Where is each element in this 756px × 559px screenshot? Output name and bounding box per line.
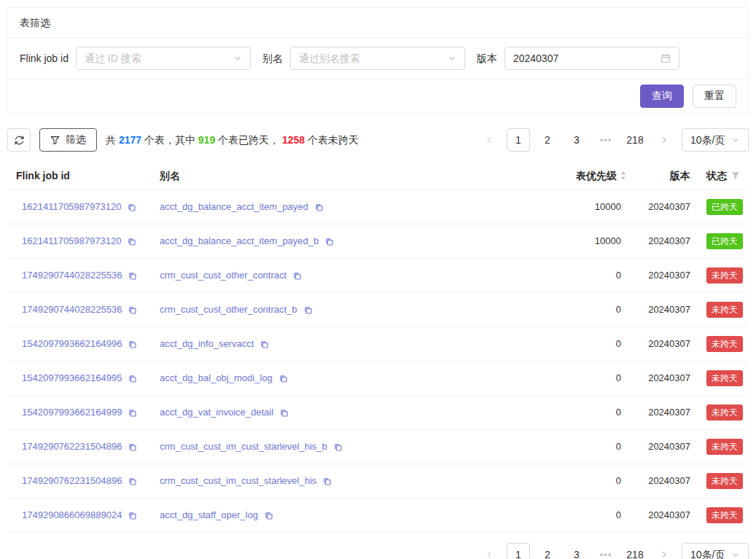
version-cell: 20240307 <box>636 293 698 327</box>
pagination-page-1[interactable]: 1 <box>507 543 530 559</box>
alias-select[interactable]: 通过别名搜索 <box>290 47 465 70</box>
job-id-link[interactable]: 1621411705987973120 <box>22 234 121 249</box>
copy-icon[interactable] <box>279 408 289 418</box>
pagination-page-218[interactable]: 218 <box>623 128 647 152</box>
version-cell: 20240307 <box>636 499 698 533</box>
alias-link[interactable]: crm_cust_cust_other_contract_b <box>160 302 297 317</box>
bottom-pager-group: 123•••218 10条/页 <box>7 543 749 559</box>
alias-placeholder: 通过别名搜索 <box>299 47 443 69</box>
page-size-select[interactable]: 10条/页 <box>682 128 749 152</box>
status-badge: 未跨天 <box>706 507 743 523</box>
copy-icon[interactable] <box>128 511 137 520</box>
pagination: 123•••218 <box>478 128 676 152</box>
job-id-link[interactable]: 1749290744028225536 <box>22 302 122 317</box>
filter-button[interactable]: 筛选 <box>39 128 97 152</box>
filter-panel: 表筛选 Flink job id 通过 ID 搜索 别名 通过别名搜索 <box>7 7 749 114</box>
alias-field: 别名 通过别名搜索 <box>262 47 465 70</box>
calendar-icon <box>660 53 671 63</box>
copy-icon[interactable] <box>128 271 137 281</box>
refresh-button[interactable] <box>7 128 31 152</box>
summary-segment: 个表已跨天， <box>215 134 282 146</box>
refresh-icon <box>14 135 25 146</box>
alias-link[interactable]: acct_dg_balance_acct_item_payed_b <box>160 234 319 249</box>
pagination-page-218[interactable]: 218 <box>623 543 647 559</box>
copy-icon[interactable] <box>278 374 288 383</box>
copy-icon[interactable] <box>127 203 136 212</box>
priority-cell: 0 <box>545 259 636 293</box>
copy-icon[interactable] <box>333 442 343 452</box>
job-id-link[interactable]: 1749290762231504896 <box>22 474 122 488</box>
alias-link[interactable]: crm_cust_cust_im_cust_starlevel_his_b <box>160 439 327 454</box>
column-header-alias: 别名 <box>151 162 545 190</box>
status-badge: 未跨天 <box>706 404 743 421</box>
copy-icon[interactable] <box>128 477 137 486</box>
pagination-ellipsis[interactable]: ••• <box>594 128 617 152</box>
copy-icon[interactable] <box>128 340 137 349</box>
priority-cell: 0 <box>545 464 636 499</box>
pagination-page-2[interactable]: 2 <box>536 128 559 152</box>
job-id-link[interactable]: 1749290744028225536 <box>22 268 122 283</box>
job-id-link[interactable]: 1749290762231504896 <box>22 439 122 454</box>
job-id-link[interactable]: 1542097993662164995 <box>22 371 122 386</box>
copy-icon[interactable] <box>128 408 137 418</box>
chevron-right-icon <box>660 550 669 559</box>
copy-icon[interactable] <box>314 203 324 212</box>
pagination-next-button[interactable] <box>652 128 676 152</box>
pagination-next-button[interactable] <box>652 543 676 559</box>
reset-button[interactable]: 重置 <box>693 85 736 108</box>
priority-cell: 0 <box>545 430 636 464</box>
version-cell: 20240307 <box>636 464 698 499</box>
job-id-link[interactable]: 1749290866069889024 <box>22 508 122 523</box>
column-header-priority[interactable]: 表优先级 <box>545 162 636 190</box>
status-badge: 未跨天 <box>706 336 743 352</box>
copy-icon[interactable] <box>324 237 334 246</box>
query-button[interactable]: 查询 <box>640 85 684 108</box>
status-badge: 未跨天 <box>706 439 743 455</box>
copy-icon[interactable] <box>322 477 332 486</box>
version-cell: 20240307 <box>636 430 698 464</box>
copy-icon[interactable] <box>264 511 273 520</box>
pagination-ellipsis[interactable]: ••• <box>594 543 617 559</box>
page-size-select[interactable]: 10条/页 <box>682 543 749 559</box>
job-id-link[interactable]: 1542097993662164996 <box>22 337 122 351</box>
copy-icon[interactable] <box>128 305 137 315</box>
column-header-job-id: Flink job id <box>7 162 151 190</box>
job-id-link[interactable]: 1542097993662164999 <box>22 405 122 420</box>
chevron-left-icon <box>485 136 494 144</box>
alias-link[interactable]: acct_dg_balance_acct_item_payed <box>160 200 308 214</box>
alias-link[interactable]: acct_dg_staff_oper_log <box>160 508 258 523</box>
pagination-prev-button[interactable] <box>478 128 501 152</box>
column-filter-icon[interactable] <box>731 171 740 180</box>
copy-icon[interactable] <box>260 340 269 349</box>
chevron-down-icon <box>731 136 740 144</box>
column-header-label: 版本 <box>670 170 690 181</box>
sorter-icon[interactable] <box>620 171 627 181</box>
table-row: 1542097993662164999 acct_dg_vat_invoice_… <box>7 396 749 430</box>
copy-icon[interactable] <box>292 271 302 281</box>
alias-link[interactable]: acct_dg_info_servacct <box>160 337 254 351</box>
alias-link[interactable]: acct_dg_vat_invoice_detail <box>160 405 273 420</box>
pagination-page-2[interactable]: 2 <box>536 543 559 559</box>
table-row: 1749290762231504896 crm_cust_cust_im_cus… <box>7 464 749 499</box>
alias-link[interactable]: acct_dg_bal_obj_modi_log <box>160 371 273 386</box>
copy-icon[interactable] <box>127 237 136 246</box>
filter-fields-row: Flink job id 通过 ID 搜索 别名 通过别名搜索 <box>8 38 748 79</box>
column-header-label: Flink job id <box>16 170 70 181</box>
alias-link[interactable]: crm_cust_cust_im_cust_starlevel_his <box>160 474 316 488</box>
pagination-page-1[interactable]: 1 <box>507 128 530 152</box>
job-id-link[interactable]: 1621411705987973120 <box>22 200 121 214</box>
pagination-page-3[interactable]: 3 <box>565 128 588 152</box>
table-row: 1749290744028225536 crm_cust_cust_other_… <box>7 293 749 327</box>
column-header-status: 状态 <box>698 162 749 190</box>
toolbar: 筛选 共 2177 个表，其中 919 个表已跨天， 1258 个表未跨天 12… <box>7 128 749 152</box>
copy-icon[interactable] <box>303 305 313 315</box>
version-date-input[interactable]: 20240307 <box>504 47 679 70</box>
pagination-page-3[interactable]: 3 <box>565 543 588 559</box>
job-id-select[interactable]: 通过 ID 搜索 <box>76 47 251 70</box>
alias-link[interactable]: crm_cust_cust_other_contract <box>160 268 287 283</box>
funnel-icon <box>50 136 60 145</box>
pagination-prev-button[interactable] <box>478 543 501 559</box>
copy-icon[interactable] <box>128 374 137 383</box>
copy-icon[interactable] <box>128 442 137 452</box>
tables-table: Flink job id 别名 表优先级 版本 状态 <box>7 162 749 533</box>
